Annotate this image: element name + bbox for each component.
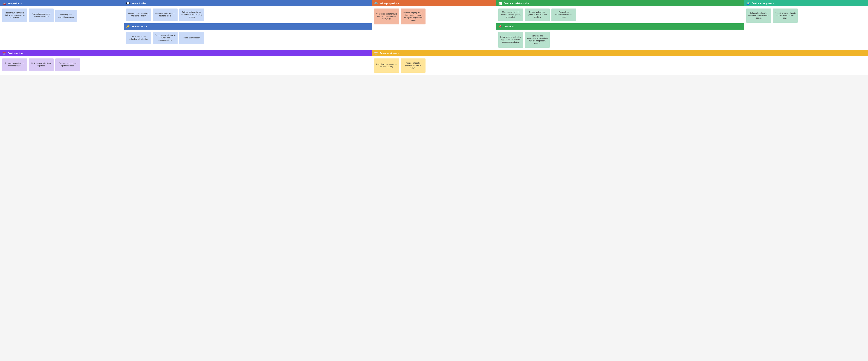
list-item[interactable]: User support through various channels (p… [498, 8, 523, 21]
key-activities-icon: 💬 [126, 2, 130, 5]
value-proposition-content: Convenient and affordable accommodation … [372, 6, 496, 50]
customer-segments-title: Customer segments: [752, 2, 774, 5]
key-partners-content: Property owners who list their accommoda… [0, 6, 124, 50]
list-item[interactable]: Marketing and partnerships to attract bo… [525, 32, 550, 48]
value-proposition-icon: ⚙️ [374, 2, 378, 5]
key-partners-icon: 🚗 [2, 2, 6, 5]
revenue-streams-section: 🎌 Revenue streams: Commission or service… [372, 50, 868, 75]
customer-relationships-header: 📊 Customer relationships: [496, 0, 744, 6]
key-activities-content: Managing and maintaining the online plat… [124, 6, 372, 23]
list-item[interactable]: Marketing and promotion to attract users [153, 8, 178, 21]
customer-relationships-content: User support through various channels (p… [496, 6, 744, 23]
value-proposition-section: ⚙️ Value proposition: Convenient and aff… [372, 0, 496, 50]
list-item[interactable]: Online platform and mobile app for users… [498, 32, 523, 48]
list-item[interactable]: Ability for property owners to earn extr… [401, 8, 426, 24]
list-item[interactable]: Marketing and advertising expenses [29, 58, 54, 71]
list-item[interactable]: Brand and reputation [179, 32, 204, 44]
channels-section: 📣 Channels: Online platform and mobile a… [496, 23, 744, 50]
key-partners-title: Key partners: [8, 2, 23, 5]
cost-structure-header: ✂️ Cost structure: [0, 50, 372, 56]
list-item[interactable]: Strong network of property owners and ac… [153, 32, 178, 44]
list-item[interactable]: Property owners who list their accommoda… [2, 8, 27, 22]
key-resources-title: Key resources: [131, 25, 148, 28]
list-item[interactable]: Personalized recommendations for users [552, 8, 576, 21]
list-item[interactable]: Building and maintaining relationships w… [179, 8, 204, 21]
revenue-streams-title: Revenue streams: [379, 52, 399, 55]
customer-segments-content: Individuals looking for affordable accom… [744, 6, 868, 50]
list-item[interactable]: Additional fees for premium services or … [401, 58, 426, 73]
customer-segments-section: 🌍 Customer segments: Individuals looking… [744, 0, 868, 50]
list-item[interactable]: Managing and maintaining the online plat… [126, 8, 151, 21]
list-item[interactable]: Marketing and advertising partners [55, 10, 76, 22]
list-item[interactable]: Commission or service fee on each bookin… [374, 58, 399, 73]
key-resources-content: Online platform and technology infrastru… [124, 30, 372, 50]
list-item[interactable]: Online platform and technology infrastru… [126, 32, 151, 44]
key-activities-header: 💬 Key activities: [124, 0, 372, 6]
value-proposition-title: Value proposition: [379, 2, 400, 5]
list-item[interactable]: Property owners looking to monetize thei… [773, 8, 798, 23]
cost-structure-title: Cost structure: [8, 52, 24, 55]
revenue-streams-icon: 🎌 [374, 52, 378, 55]
customer-segments-icon: 🌍 [746, 2, 750, 5]
list-item[interactable]: Individuals looking for affordable accom… [746, 8, 771, 23]
channels-title: Channels: [504, 25, 515, 28]
key-partners-section: 🚗 Key partners: Property owners who list… [0, 0, 124, 50]
key-resources-icon: 🔑 [126, 25, 130, 28]
channels-icon: 📣 [498, 25, 502, 28]
list-item[interactable]: Convenient and affordable accommodation … [374, 8, 399, 24]
customer-relationships-section: 📊 Customer relationships: User support t… [496, 0, 744, 23]
customer-relationships-icon: 📊 [498, 2, 502, 5]
cost-structure-icon: ✂️ [2, 52, 6, 55]
revenue-streams-header: 🎌 Revenue streams: [372, 50, 868, 56]
key-resources-section: 🔑 Key resources: Online platform and tec… [124, 23, 372, 50]
list-item[interactable]: Technology development and maintenance [2, 58, 27, 71]
list-item[interactable]: Ratings and reviews system to build trus… [525, 8, 550, 21]
list-item[interactable]: Customer support and operations costs [55, 58, 80, 71]
customer-segments-header: 🌍 Customer segments: [744, 0, 868, 6]
cost-structure-content: Technology development and maintenance M… [0, 56, 372, 75]
list-item[interactable]: Payment processors for secure transactio… [29, 8, 54, 22]
value-proposition-header: ⚙️ Value proposition: [372, 0, 496, 6]
key-partners-header: 🚗 Key partners: [0, 0, 124, 6]
channels-header: 📣 Channels: [496, 23, 744, 30]
key-activities-title: Key activities: [131, 2, 147, 5]
cost-structure-section: ✂️ Cost structure: Technology developmen… [0, 50, 372, 75]
revenue-streams-content: Commission or service fee on each bookin… [372, 56, 868, 75]
channels-content: Online platform and mobile app for users… [496, 30, 744, 50]
key-resources-header: 🔑 Key resources: [124, 23, 372, 30]
customer-relationships-title: Customer relationships: [504, 2, 530, 5]
key-activities-section: 💬 Key activities: Managing and maintaini… [124, 0, 372, 23]
business-model-canvas: 🚗 Key partners: Property owners who list… [0, 0, 868, 75]
